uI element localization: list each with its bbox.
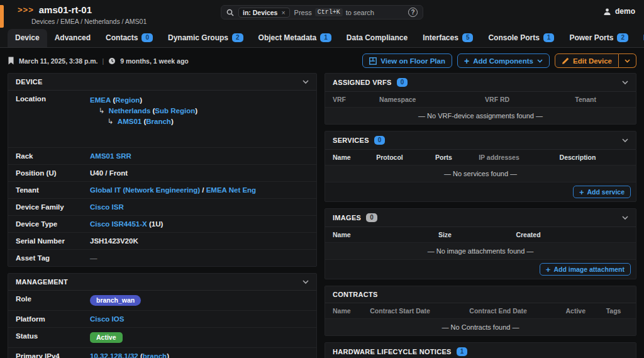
- sidebar-toggle-strip[interactable]: [0, 5, 4, 28]
- contracts-table: Name Contract Start Date Contract End Da…: [325, 303, 636, 319]
- add-service-button[interactable]: + Add service: [573, 186, 631, 198]
- platform-row: Platform Cisco IOS: [8, 311, 316, 328]
- contracts-panel: CONTRACTS Name Contract Start Date Contr…: [325, 286, 636, 336]
- platform-link[interactable]: Cisco IOS: [90, 315, 124, 323]
- assigned-vrfs-panel: ASSIGNED VRFS 0 VRF Namespace VRF RD Ten…: [325, 73, 636, 125]
- created-date: March 11, 2025, 3:38 p.m.: [19, 57, 98, 65]
- location-type-link-region[interactable]: Region: [115, 96, 140, 104]
- chevron-down-icon: [537, 59, 543, 63]
- serial-number-row: Serial Number JSH1423V20K: [8, 233, 316, 250]
- column-header: Active: [558, 303, 598, 319]
- location-level-region: EMEA (Region): [90, 95, 309, 106]
- hardware-lifecycle-title: HARDWARE LIFECYCLE NOTICES: [333, 348, 452, 355]
- add-image-attachment-button[interactable]: + Add image attachment: [540, 263, 631, 276]
- images-count: 0: [366, 213, 377, 222]
- vrfs-empty-message: — No VRF-device assignments found —: [325, 108, 636, 124]
- tab-inventory[interactable]: Inventory5: [636, 29, 644, 47]
- search-scope-chip[interactable]: in: Devices ×: [238, 8, 290, 18]
- column-header: Contract End Date: [462, 303, 558, 319]
- tab-dynamic-groups-count: 2: [232, 33, 243, 42]
- chevron-down-icon[interactable]: [622, 138, 628, 143]
- tenant-group-link[interactable]: Global IT (Network Engineering): [90, 186, 200, 194]
- plus-icon: +: [579, 189, 584, 195]
- location-link-ams01[interactable]: AMS01: [118, 118, 142, 125]
- search-scope-label: in: Devices: [243, 9, 277, 16]
- user-menu[interactable]: demo: [603, 7, 635, 16]
- tab-interfaces[interactable]: Interfaces5: [415, 29, 480, 47]
- tab-data-compliance[interactable]: Data Compliance: [339, 29, 415, 47]
- meta-row: March 11, 2025, 3:38 p.m. | 9 months, 1 …: [0, 48, 644, 73]
- chevron-down-icon[interactable]: [303, 280, 309, 284]
- column-header[interactable]: Description: [552, 150, 636, 165]
- chevron-down-icon[interactable]: [622, 216, 628, 220]
- services-table: Name Protocol Ports IP addresses Descrip…: [325, 150, 636, 165]
- tenant-link[interactable]: EMEA Net Eng: [206, 186, 256, 194]
- column-header[interactable]: Ports: [428, 150, 471, 165]
- tab-bar: Device Advanced Contacts0 Dynamic Groups…: [0, 29, 644, 48]
- search-placeholder: Press Ctrl+K to search: [294, 8, 374, 16]
- chevron-down-icon[interactable]: [303, 80, 309, 84]
- tab-power-ports[interactable]: Power Ports2: [562, 29, 636, 47]
- column-header: Name: [325, 303, 362, 319]
- column-header: IP addresses: [471, 150, 552, 165]
- location-link-netherlands[interactable]: Netherlands: [109, 107, 150, 115]
- device-panel: DEVICE Location EMEA (Region) ↳ Netherla…: [8, 73, 317, 267]
- tab-console-ports[interactable]: Console Ports1: [480, 29, 562, 47]
- pencil-icon: [562, 57, 569, 65]
- rack-link[interactable]: AMS01 SRR: [90, 152, 131, 160]
- tab-console-ports-count: 1: [543, 33, 555, 42]
- column-header[interactable]: Size: [431, 227, 509, 243]
- role-row: Role branch_wan: [8, 291, 316, 311]
- asset-tag-value: —: [90, 254, 309, 262]
- plus-icon: +: [546, 267, 551, 272]
- add-components-button[interactable]: + Add Components: [457, 53, 550, 68]
- tab-contacts[interactable]: Contacts0: [98, 29, 160, 47]
- view-floor-plan-button[interactable]: View on Floor Plan: [362, 53, 452, 68]
- help-icon[interactable]: ?: [408, 8, 418, 17]
- location-row: Location EMEA (Region) ↳ Netherlands (Su…: [8, 91, 316, 148]
- device-type-row: Device Type Cisco ISR4451-X (1U): [8, 216, 316, 233]
- global-search-input[interactable]: in: Devices × Press Ctrl+K to search ?: [221, 5, 423, 20]
- column-header: VRF: [325, 92, 372, 108]
- device-family-link[interactable]: Cisco ISR: [90, 203, 124, 211]
- hardware-lifecycle-count: 1: [457, 347, 468, 356]
- status-badge: Active: [90, 332, 123, 343]
- location-level-branch: ↳ AMS01 (Branch): [90, 116, 309, 127]
- contracts-empty-message: — No Contracts found —: [325, 319, 636, 335]
- role-badge[interactable]: branch_wan: [90, 295, 141, 306]
- column-header[interactable]: Name: [325, 150, 369, 165]
- position-value: U40 / Front: [90, 169, 309, 177]
- floor-plan-icon: [369, 57, 377, 65]
- location-level-subregion: ↳ Netherlands (Sub Region): [90, 106, 309, 116]
- tab-advanced[interactable]: Advanced: [47, 29, 98, 47]
- primary-ipv4-link[interactable]: 10.32.128.1/32: [90, 352, 138, 358]
- column-header[interactable]: Created: [508, 227, 636, 243]
- device-type-link[interactable]: Cisco ISR4451-X: [90, 220, 147, 228]
- vrfs-table: VRF Namespace VRF RD Tenant: [325, 92, 636, 108]
- close-icon[interactable]: ×: [281, 9, 285, 16]
- location-type-link-subregion[interactable]: Sub Region: [155, 107, 195, 115]
- status-row: Status Active: [8, 328, 316, 348]
- tab-contacts-count: 0: [142, 33, 153, 42]
- tab-dynamic-groups[interactable]: Dynamic Groups2: [160, 29, 251, 47]
- tab-object-metadata-count: 1: [320, 33, 331, 42]
- tab-device[interactable]: Device: [8, 29, 47, 47]
- device-type-height: (1U): [149, 220, 163, 228]
- username: demo: [615, 7, 635, 16]
- location-type-link-branch[interactable]: Branch: [146, 118, 171, 125]
- tenant-row: Tenant Global IT (Network Engineering) /…: [8, 182, 316, 199]
- services-empty-message: — No services found —: [325, 165, 636, 182]
- column-header[interactable]: Name: [325, 227, 431, 243]
- page-title: ams01-rt-01: [39, 4, 92, 15]
- location-link-emea[interactable]: EMEA: [90, 96, 111, 104]
- position-row: Position (U) U40 / Front: [8, 165, 316, 182]
- tab-object-metadata[interactable]: Object Metadata1: [251, 29, 339, 47]
- edit-device-button[interactable]: Edit Device: [555, 53, 619, 68]
- column-header[interactable]: Protocol: [369, 150, 428, 165]
- primary-ipv4-row: Primary IPv4 10.32.128.1/32 (branch): [8, 348, 316, 358]
- tab-power-ports-count: 2: [617, 33, 628, 42]
- primary-ipv4-location-link[interactable]: branch: [143, 352, 167, 358]
- column-header: Namespace: [372, 92, 477, 108]
- edit-device-dropdown-button[interactable]: [619, 53, 636, 68]
- chevron-down-icon[interactable]: [622, 81, 628, 85]
